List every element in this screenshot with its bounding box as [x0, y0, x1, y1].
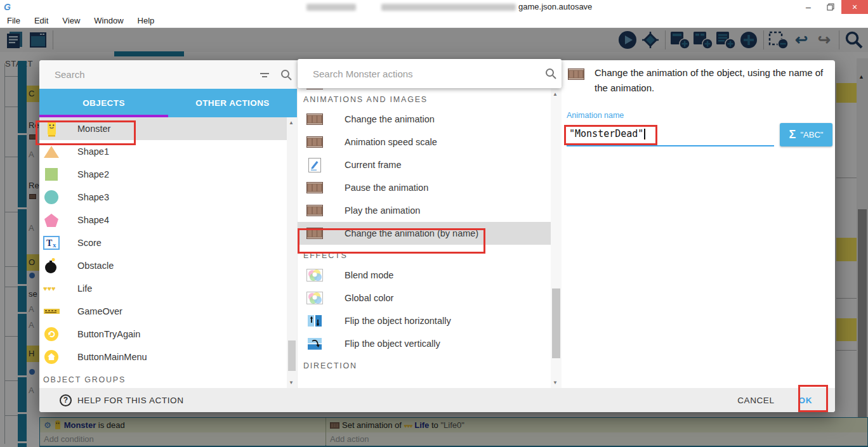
- triangle-icon: [43, 143, 60, 160]
- objects-search-input[interactable]: [39, 69, 254, 80]
- menu-file[interactable]: File: [0, 16, 27, 25]
- expression-editor-button[interactable]: Σ "ABC": [780, 123, 832, 146]
- palette-icon: [306, 266, 323, 284]
- actions-scroll-down-icon[interactable]: ▼: [553, 380, 558, 385]
- cancel-button[interactable]: CANCEL: [737, 396, 774, 405]
- animation-name-label: Animation name: [567, 111, 624, 120]
- filter-icon[interactable]: [254, 64, 275, 86]
- action-label: Play the animation: [345, 205, 420, 216]
- retry-icon: [43, 325, 60, 343]
- actions-scrollbar-track[interactable]: ▲ ▼: [551, 89, 562, 388]
- action-item-blend-mode[interactable]: Blend mode: [298, 264, 551, 287]
- action-item-animation-speed-scale[interactable]: Animation speed scale: [298, 131, 551, 153]
- object-item-shape2[interactable]: Shape2: [39, 163, 287, 186]
- object-item-obstacle[interactable]: Obstacle: [39, 254, 287, 277]
- object-item-shape3[interactable]: Shape3: [39, 186, 287, 209]
- action-label: Current frame: [345, 160, 401, 170]
- annotation-box-animation-name: [564, 125, 657, 145]
- help-label: HELP FOR THIS ACTION: [77, 396, 184, 405]
- action-item-flip-the-object-vertically[interactable]: Flip the object vertically: [298, 332, 551, 355]
- palette-icon: [306, 289, 323, 307]
- restore-button[interactable]: [820, 0, 841, 14]
- close-button[interactable]: ×: [841, 0, 868, 14]
- menu-edit[interactable]: Edit: [27, 16, 55, 25]
- object-label: Shape3: [77, 192, 109, 202]
- action-item-global-color[interactable]: Global color: [298, 287, 551, 309]
- objects-scrollbar-track[interactable]: ▲ ▼: [287, 117, 297, 388]
- annotation-box-monster: [36, 120, 136, 145]
- section-header: ANIMATIONS AND IMAGES: [298, 89, 551, 108]
- object-label: GameOver: [77, 306, 122, 316]
- menu-view[interactable]: View: [55, 16, 87, 25]
- objects-search-bar: [39, 60, 297, 89]
- action-item-flip-the-object-horizontally[interactable]: Flip the object horizontally: [298, 309, 551, 332]
- object-item-life[interactable]: ♥♥♥Life: [39, 277, 287, 300]
- menu-window[interactable]: Window: [87, 16, 130, 25]
- film-icon: [306, 179, 323, 197]
- help-icon: ?: [60, 394, 72, 406]
- object-item-gameover[interactable]: GameOver: [39, 300, 287, 323]
- menu-help[interactable]: Help: [131, 16, 162, 25]
- action-label: Blend mode: [345, 270, 393, 280]
- svg-text:T: T: [46, 238, 53, 248]
- action-parameters-panel: Change the animation of the object, usin…: [562, 60, 835, 388]
- actions-search-input[interactable]: [298, 68, 540, 79]
- svg-text:x: x: [53, 241, 56, 249]
- action-label: Animation speed scale: [345, 137, 437, 147]
- app-logo-icon: G: [4, 2, 14, 12]
- redacted-title-segment: [306, 4, 356, 11]
- action-item-play-the-animation[interactable]: Play the animation: [298, 199, 551, 222]
- section-header: DIRECTION: [298, 355, 551, 374]
- object-label: Obstacle: [77, 261, 114, 271]
- hearts-icon: ♥♥♥: [43, 280, 60, 297]
- object-item-score[interactable]: TxScore: [39, 231, 287, 254]
- action-description: Change the animation of the object, usin…: [595, 65, 831, 96]
- redacted-title-segment: [381, 4, 516, 11]
- action-item-change-the-animation[interactable]: Change the animation: [298, 108, 551, 131]
- objects-scroll-up-icon[interactable]: ▲: [289, 120, 294, 126]
- pentagon-icon: [43, 211, 60, 229]
- action-label: Global color: [345, 293, 393, 303]
- annotation-box-change-animation-by-name: [298, 228, 485, 254]
- restore-icon: [827, 3, 834, 11]
- object-label: Shape2: [77, 169, 109, 179]
- minimize-button[interactable]: –: [797, 0, 820, 14]
- action-item-current-frame[interactable]: Current frame: [298, 153, 551, 176]
- actions-scrollbar-thumb[interactable]: [552, 288, 560, 358]
- object-label: Life: [77, 283, 92, 294]
- tab-objects[interactable]: OBJECTS: [39, 89, 168, 117]
- object-item-shape4[interactable]: Shape4: [39, 209, 287, 231]
- frame-icon: [306, 156, 323, 174]
- search-icon[interactable]: [540, 63, 562, 84]
- objects-scroll-down-icon[interactable]: ▼: [289, 380, 294, 385]
- objects-scrollbar-thumb[interactable]: [288, 340, 296, 371]
- title-bar: G game.json.autosave – ×: [0, 0, 868, 14]
- object-label: ButtonMainMenu: [77, 352, 147, 362]
- svg-text:♥♥♥: ♥♥♥: [43, 285, 56, 292]
- object-item-buttonmainmenu[interactable]: ButtonMainMenu: [39, 346, 287, 368]
- object-item-buttontryagain[interactable]: ButtonTryAgain: [39, 323, 287, 346]
- window-title: game.json.autosave: [518, 2, 592, 11]
- actions-scroll-up-icon[interactable]: ▲: [553, 91, 558, 97]
- action-item-pause-the-animation[interactable]: Pause the animation: [298, 176, 551, 199]
- objects-panel: OBJECTSOTHER ACTIONS MonsterShape1Shape2…: [39, 60, 297, 388]
- object-label: Shape4: [77, 215, 109, 225]
- annotation-box-ok: [798, 385, 828, 412]
- bomb-icon: [43, 257, 60, 275]
- flip-v-icon: [306, 335, 323, 353]
- flip-h-icon: [306, 312, 323, 330]
- action-label: Pause the animation: [345, 183, 428, 193]
- actions-search-bar: [298, 59, 562, 88]
- object-groups-header: OBJECT GROUPS: [39, 371, 126, 388]
- input-focus-underline: [567, 145, 774, 146]
- search-icon[interactable]: [275, 64, 297, 86]
- menu-bar: FileEditViewWindowHelp: [0, 14, 868, 28]
- tab-other-actions[interactable]: OTHER ACTIONS: [168, 89, 297, 117]
- help-link[interactable]: ? HELP FOR THIS ACTION: [60, 394, 184, 406]
- action-label: Change the animation: [345, 114, 435, 124]
- gdevelop-window: G game.json.autosave – × FileEditViewWin…: [0, 0, 868, 447]
- gameover-icon: [43, 302, 60, 320]
- action-label: Flip the object vertically: [345, 339, 440, 349]
- actions-panel: — ANIMATIONS AND IMAGESChange the animat…: [297, 60, 562, 388]
- object-label: ButtonTryAgain: [77, 329, 140, 339]
